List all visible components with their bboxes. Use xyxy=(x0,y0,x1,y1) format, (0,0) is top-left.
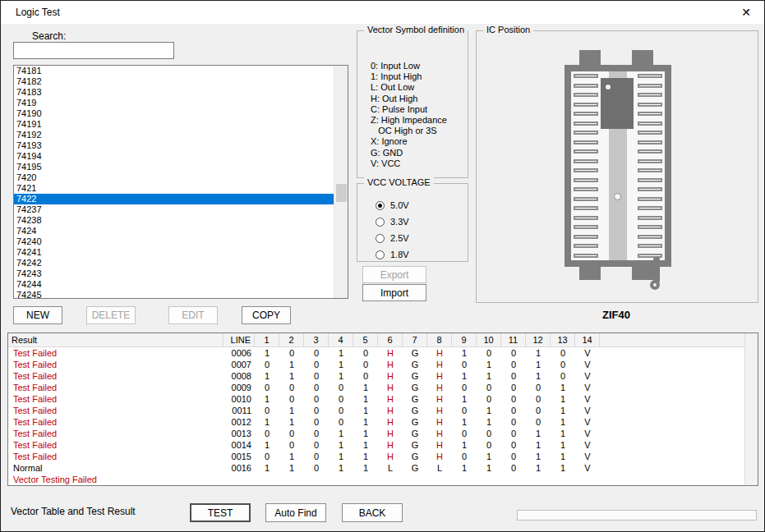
result-row[interactable]: Test Failed000900001HGH00001V xyxy=(8,382,744,393)
result-row[interactable]: Test Failed000701010HGH01010V xyxy=(8,359,744,370)
device-list-item[interactable]: 74191 xyxy=(14,119,334,130)
delete-button[interactable]: DELETE xyxy=(86,306,136,324)
pin-cell: 1 xyxy=(477,416,501,428)
device-list-item[interactable]: 7421 xyxy=(14,183,334,194)
column-header[interactable]: 13 xyxy=(551,333,575,346)
import-button[interactable]: Import xyxy=(362,284,426,301)
device-list-item[interactable]: 74241 xyxy=(14,247,334,258)
column-header[interactable]: 6 xyxy=(378,333,403,346)
device-list-item[interactable]: 74238 xyxy=(14,215,334,226)
column-header[interactable]: 2 xyxy=(279,333,304,346)
device-list-item[interactable]: 7419 xyxy=(14,98,334,108)
pin-cell: 0 xyxy=(353,347,378,359)
column-header[interactable]: Result xyxy=(8,333,224,346)
pin-cell: 0 xyxy=(279,347,304,359)
result-row[interactable]: Test Failed000811010HGH11010V xyxy=(8,370,744,382)
result-row[interactable]: Test Failed001501011HGH01011V xyxy=(8,451,744,462)
scrollbar-thumb[interactable] xyxy=(336,184,347,202)
pin-cell: 1 xyxy=(329,428,353,439)
pin-cell: H xyxy=(427,416,452,428)
device-list-item[interactable]: 74183 xyxy=(14,87,334,98)
socket-lever-ring xyxy=(650,280,660,290)
result-row[interactable]: Test Failed000610010HGH10010V xyxy=(8,347,744,359)
column-header[interactable]: 9 xyxy=(452,333,477,346)
column-header[interactable]: 10 xyxy=(477,333,501,346)
result-row[interactable]: Test Failed001410011HGH10011V xyxy=(8,439,744,451)
pin-cell: V xyxy=(575,451,600,462)
device-list-item[interactable]: 74240 xyxy=(14,236,334,247)
device-list-item[interactable]: 74244 xyxy=(14,279,334,290)
device-list-item[interactable]: 7424 xyxy=(14,226,334,236)
device-list-item[interactable]: 74243 xyxy=(14,268,334,279)
device-list-item[interactable]: 74195 xyxy=(14,162,334,172)
result-row[interactable]: Test Failed001101001HGH01001V xyxy=(8,405,744,416)
auto-find-button[interactable]: Auto Find xyxy=(265,503,326,522)
radio-icon xyxy=(376,218,385,227)
device-list-item[interactable]: 7420 xyxy=(14,172,334,183)
pin-cell: 0 xyxy=(501,405,526,416)
line-cell: 0012 xyxy=(224,416,255,428)
line-cell: 0006 xyxy=(224,347,255,359)
column-header[interactable]: 7 xyxy=(403,333,427,346)
copy-button[interactable]: COPY xyxy=(242,306,291,324)
device-list-item[interactable]: 74182 xyxy=(14,76,334,87)
column-header[interactable]: 4 xyxy=(329,333,353,346)
result-row[interactable]: Test Failed001300011HGH00011V xyxy=(8,428,744,439)
column-header[interactable]: 11 xyxy=(501,333,526,346)
column-header[interactable]: 5 xyxy=(353,333,378,346)
pin-cell: 0 xyxy=(304,347,329,359)
socket-pin-slot xyxy=(638,216,662,220)
device-list-item[interactable]: 74194 xyxy=(14,151,334,162)
close-icon[interactable]: ✕ xyxy=(733,3,759,21)
pin-cell: 1 xyxy=(279,359,304,370)
pin-cell: 0 xyxy=(501,439,526,451)
vcc-option[interactable]: 1.8V xyxy=(376,246,409,263)
pin-cell: 1 xyxy=(452,347,477,359)
device-list-item[interactable]: 74181 xyxy=(14,66,334,76)
edit-button[interactable]: EDIT xyxy=(168,306,218,324)
column-header[interactable]: 14 xyxy=(575,333,600,346)
device-list-item[interactable]: 74193 xyxy=(14,140,334,151)
column-header[interactable]: 8 xyxy=(427,333,452,346)
device-list-item[interactable]: 74192 xyxy=(14,130,334,140)
column-header[interactable]: 3 xyxy=(304,333,329,346)
column-header[interactable]: 12 xyxy=(526,333,551,346)
column-header[interactable]: 1 xyxy=(255,333,279,346)
device-list-item[interactable]: 74242 xyxy=(14,258,334,268)
socket-pin-slot xyxy=(638,74,662,78)
result-row[interactable]: Normal001611011LGL11011V xyxy=(8,462,744,474)
vector-symbol-line: V: VCC xyxy=(371,158,447,169)
result-row[interactable]: Test Failed001010001HGH10001V xyxy=(8,393,744,405)
device-list-item[interactable]: 74245 xyxy=(14,290,334,298)
pin-cell: 1 xyxy=(353,405,378,416)
pin-cell: 0 xyxy=(452,428,477,439)
device-list-scrollbar[interactable] xyxy=(334,66,348,298)
vector-symbol-line: L: Out Low xyxy=(371,82,447,93)
export-button[interactable]: Export xyxy=(362,266,426,283)
result-row[interactable]: Vector Testing Failed xyxy=(8,474,744,485)
socket-pin-slot xyxy=(574,244,598,248)
new-button[interactable]: NEW xyxy=(13,306,62,324)
vector-symbol-groupbox: Vector Symbol definition 0: Input Low1: … xyxy=(357,30,468,178)
back-button[interactable]: BACK xyxy=(342,503,403,522)
device-list-item[interactable]: 7422 xyxy=(14,194,334,204)
vector-symbol-line: H: Out High xyxy=(371,94,447,104)
vector-symbol-line: X: Ignore xyxy=(371,136,447,147)
vector-symbol-line: G: GND xyxy=(371,148,447,158)
vcc-option[interactable]: 3.3V xyxy=(376,213,409,230)
vcc-option[interactable]: 5.0V xyxy=(376,197,409,213)
test-button[interactable]: TEST xyxy=(190,503,251,522)
column-header[interactable]: LINE xyxy=(224,333,255,346)
device-list: 7418174182741837419741907419174192741937… xyxy=(13,65,348,299)
search-input[interactable] xyxy=(13,42,174,59)
device-list-item[interactable]: 74237 xyxy=(14,204,334,215)
vcc-option[interactable]: 2.5V xyxy=(376,230,409,246)
socket-label: ZIF40 xyxy=(548,309,684,321)
device-list-item[interactable]: 74190 xyxy=(14,108,334,119)
pin-cell: 1 xyxy=(353,428,378,439)
pin-cell: 0 xyxy=(304,416,329,428)
socket-pin-slot xyxy=(574,159,598,163)
result-row[interactable]: Test Failed001211001HGH11001V xyxy=(8,416,744,428)
result-table-scrollbar[interactable] xyxy=(744,333,758,485)
socket-pin-slot xyxy=(638,235,662,239)
